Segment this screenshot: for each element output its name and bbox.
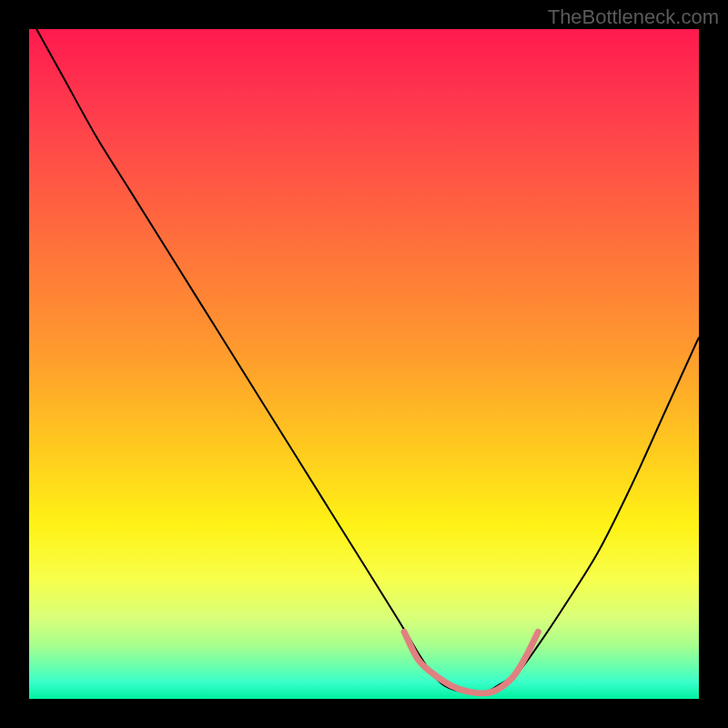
watermark-text: TheBottleneck.com (548, 5, 719, 29)
curve-layer (29, 29, 699, 699)
bottleneck-curve (29, 29, 699, 693)
optimal-range-highlight (404, 632, 538, 693)
plot-area (29, 29, 699, 699)
